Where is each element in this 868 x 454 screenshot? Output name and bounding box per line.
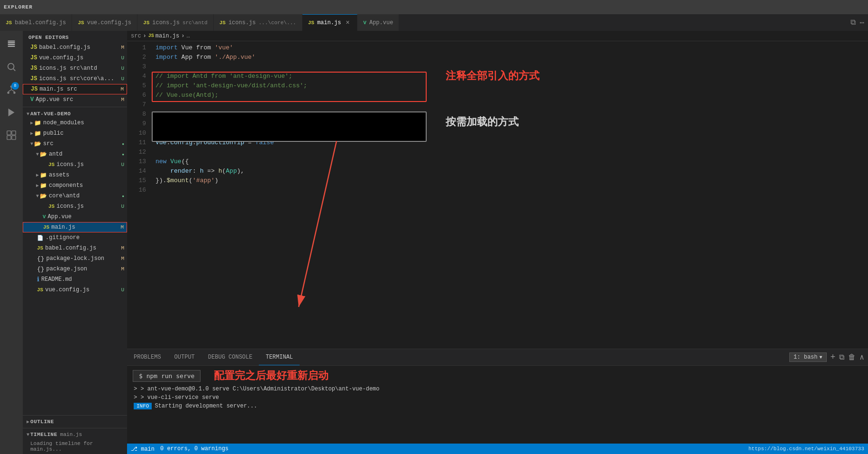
terminal-add-icon[interactable]: + (831, 352, 836, 362)
project-badge-14: M (121, 266, 124, 272)
open-editor-item-5[interactable]: VApp.vue srcM (23, 94, 127, 105)
project-item-1[interactable]: ▶📁public (23, 128, 127, 139)
open-editor-badge-2: U (121, 65, 124, 71)
tab-babel[interactable]: JSbabel.config.js (0, 14, 72, 31)
project-dot-badge-7: ● (122, 194, 124, 198)
folder-icon-2: 📂 (34, 140, 41, 148)
open-editor-label-1: vue.config.js (39, 55, 121, 61)
line-number-10: 10 (127, 129, 146, 138)
tab-icons-core[interactable]: JSicons.js ...\core\... (214, 14, 302, 31)
open-editor-item-1[interactable]: JSvue.config.jsU (23, 53, 127, 63)
terminal-trash-icon[interactable]: 🗑 (848, 353, 856, 362)
project-chevron: ▼ (27, 111, 29, 117)
terminal-section: PROBLEMSOUTPUTDEBUG CONSOLETERMINAL 1: b… (127, 349, 868, 444)
project-item-6[interactable]: ▶📁components (23, 180, 127, 191)
status-bar: ⎇ main 0 errors, 0 warnings https://blog… (127, 444, 868, 454)
terminal-prompt-line: $ npm run serve 配置完之后最好重新启动 (133, 369, 862, 383)
project-item-10[interactable]: JSmain.jsM (23, 222, 127, 232)
line-number-12: 12 (127, 148, 146, 157)
tab-icon-icons-core: JS (219, 20, 226, 26)
tab-icons-antd[interactable]: JSicons.js src\antd (137, 14, 214, 31)
timeline-header[interactable]: ▼ TIMELINE main.js (23, 430, 127, 439)
status-errors: 0 errors, 0 warnings (160, 445, 228, 452)
line-number-14: 14 (127, 167, 146, 176)
open-editor-icon-3: JS (30, 75, 37, 82)
file-icon-8: JS (48, 204, 55, 209)
file-icon-4: JS (48, 162, 55, 167)
file-icon-15: ℹ (37, 276, 39, 283)
line-number-2: 2 (127, 53, 146, 62)
svg-point-3 (7, 92, 9, 94)
project-item-12[interactable]: JSbabel.config.jsM (23, 243, 127, 253)
project-item-7[interactable]: ▼📂core\antd● (23, 191, 127, 201)
terminal-tab-2[interactable]: DEBUG CONSOLE (201, 349, 259, 365)
more-actions-icon[interactable]: ⋯ (859, 18, 864, 28)
folder-chevron-1: ▶ (30, 130, 33, 136)
tab-label-app-vue: App.vue (369, 19, 393, 26)
open-editor-item-2[interactable]: JSicons.js src\antdU (23, 63, 127, 74)
project-item-15[interactable]: ℹREADME.md (23, 274, 127, 285)
tab-close-main[interactable]: × (344, 19, 351, 27)
breadcrumb-sep2: › (181, 33, 184, 39)
svg-rect-11 (7, 136, 11, 139)
activity-extensions[interactable] (2, 126, 21, 145)
folder-icon-0: 📁 (34, 120, 41, 127)
project-item-11[interactable]: 📄.gitignore (23, 232, 127, 243)
project-item-label-9: App.vue (48, 213, 127, 220)
code-line-7 (155, 100, 868, 110)
terminal-tab-0[interactable]: PROBLEMS (127, 349, 168, 365)
project-tree-header[interactable]: ▼ ANT-VUE-DEMO (23, 109, 127, 118)
editor-content[interactable]: 12345678910111213141516 import Vue from … (127, 41, 868, 349)
folder-chevron-5: ▶ (36, 172, 39, 178)
activity-explorer[interactable] (2, 35, 21, 54)
timeline-loading: Loading timeline for main.js... (23, 439, 127, 454)
open-editor-item-3[interactable]: JSicons.js src\core\a...U (23, 74, 127, 84)
shell-dropdown-icon[interactable]: ▼ (820, 355, 822, 360)
project-item-label-16: vue.config.js (45, 287, 121, 293)
terminal-annotation-text: 配置完之后最好重新启动 (214, 369, 329, 383)
activity-search[interactable] (2, 57, 21, 76)
open-editor-item-4[interactable]: JSmain.js srcM (23, 84, 127, 94)
folder-chevron-2: ▼ (30, 141, 33, 147)
project-item-13[interactable]: {}package-lock.jsonM (23, 253, 127, 264)
outline-header[interactable]: ▶ OUTLINE (23, 417, 127, 426)
file-icon-12: JS (37, 245, 43, 251)
open-editor-item-0[interactable]: JSbabel.config.jsM (23, 42, 127, 53)
outline-chevron: ▶ (27, 419, 29, 425)
tab-main[interactable]: JSmain.js× (302, 14, 358, 31)
project-item-3[interactable]: ▼📂antd● (23, 149, 127, 159)
code-line-6: // Vue.use(Antd); (155, 91, 868, 100)
terminal-collapse-icon[interactable]: ∧ (859, 352, 864, 362)
open-editor-label-2: icons.js src\antd (39, 65, 121, 72)
project-item-4[interactable]: JSicons.jsU (23, 159, 127, 170)
project-item-14[interactable]: {}package.jsonM (23, 264, 127, 274)
project-item-0[interactable]: ▶📁node_modules (23, 118, 127, 128)
project-item-label-2: src (43, 140, 122, 147)
terminal-tab-3[interactable]: TERMINAL (259, 349, 300, 365)
project-item-label-3: antd (49, 151, 122, 158)
terminal-split-icon[interactable]: ⧉ (839, 353, 844, 362)
terminal-tab-1[interactable]: OUTPUT (168, 349, 201, 365)
project-item-9[interactable]: VApp.vue (23, 212, 127, 222)
split-editor-icon[interactable]: ⧉ (850, 18, 856, 27)
line-number-13: 13 (127, 157, 146, 167)
tab-icon-app-vue: V (363, 20, 366, 26)
terminal-shell-selector[interactable]: 1: bash ▼ (789, 352, 826, 362)
project-item-label-13: package-lock.json (46, 255, 121, 262)
tab-label-babel: babel.config.js (15, 19, 66, 26)
project-item-8[interactable]: JSicons.jsU (23, 201, 127, 212)
project-item-5[interactable]: ▶📁assets (23, 170, 127, 180)
terminal-info-line: INFOStarting development server... (134, 402, 862, 410)
tab-vue-config[interactable]: JSvue.config.js (72, 14, 137, 31)
project-item-label-1: public (43, 130, 127, 137)
project-item-label-0: node_modules (43, 120, 127, 126)
breadcrumb: src › JS main.js › … (127, 31, 868, 41)
line-number-5: 5 (127, 81, 146, 91)
activity-git[interactable]: 8 (2, 80, 21, 99)
info-text: Starting development server... (155, 403, 257, 409)
project-item-2[interactable]: ▼📂src● (23, 139, 127, 149)
project-badge-4: U (121, 162, 124, 167)
activity-debug[interactable] (2, 103, 21, 122)
tab-app-vue[interactable]: VApp.vue (357, 14, 399, 31)
project-item-16[interactable]: JSvue.config.jsU (23, 285, 127, 295)
